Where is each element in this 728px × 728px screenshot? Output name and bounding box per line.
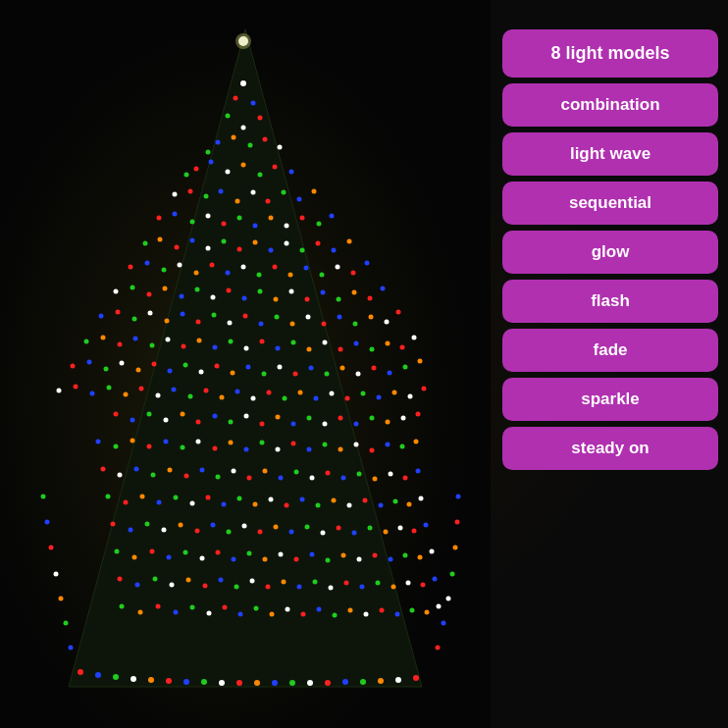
mode-button-steady-on[interactable]: steady on — [502, 427, 718, 470]
svg-point-344 — [380, 608, 385, 613]
svg-point-172 — [283, 396, 287, 401]
svg-point-116 — [133, 337, 138, 341]
svg-point-269 — [179, 523, 183, 528]
svg-point-367 — [395, 677, 401, 683]
svg-point-247 — [157, 500, 162, 505]
svg-point-365 — [360, 679, 366, 685]
svg-point-379 — [450, 572, 455, 577]
svg-point-343 — [364, 612, 369, 617]
svg-point-123 — [244, 346, 249, 351]
svg-point-93 — [99, 314, 104, 319]
svg-point-318 — [297, 585, 302, 590]
svg-point-201 — [416, 412, 421, 417]
svg-point-73 — [351, 271, 356, 276]
svg-point-4 — [234, 96, 238, 101]
svg-point-352 — [130, 676, 136, 682]
svg-point-63 — [194, 271, 199, 276]
svg-point-238 — [341, 476, 346, 481]
svg-point-358 — [236, 680, 242, 686]
svg-point-290 — [183, 550, 188, 555]
svg-point-376 — [436, 646, 441, 650]
svg-point-231 — [232, 469, 236, 474]
svg-point-280 — [352, 531, 357, 536]
svg-point-222 — [414, 440, 419, 444]
svg-point-163 — [139, 387, 144, 391]
svg-point-150 — [309, 366, 314, 371]
svg-point-29 — [266, 199, 271, 204]
svg-point-300 — [341, 553, 346, 558]
svg-point-303 — [389, 557, 393, 562]
svg-point-31 — [297, 197, 302, 202]
svg-point-179 — [392, 390, 397, 395]
mode-button-combination[interactable]: combination — [502, 83, 718, 127]
svg-point-212 — [260, 441, 265, 445]
svg-point-122 — [229, 339, 234, 344]
svg-point-21 — [289, 170, 294, 175]
svg-point-268 — [162, 528, 167, 533]
svg-point-276 — [289, 530, 294, 535]
svg-point-59 — [129, 265, 133, 270]
mode-button-flash[interactable]: flash — [502, 280, 718, 323]
svg-point-243 — [416, 469, 421, 474]
svg-point-289 — [167, 555, 172, 560]
svg-point-28 — [251, 190, 256, 195]
svg-point-145 — [231, 371, 235, 376]
svg-point-18 — [241, 163, 246, 168]
svg-point-95 — [132, 317, 137, 322]
mode-button-sparkle[interactable]: sparkle — [502, 378, 718, 421]
svg-point-370 — [64, 621, 69, 626]
svg-point-41 — [285, 224, 289, 229]
svg-point-60 — [145, 261, 150, 266]
svg-point-211 — [244, 447, 249, 452]
svg-point-216 — [323, 442, 328, 447]
svg-point-331 — [174, 610, 179, 615]
mode-button-glow[interactable]: glow — [502, 231, 718, 274]
svg-point-316 — [266, 585, 271, 590]
svg-point-333 — [207, 611, 212, 616]
svg-point-14 — [206, 150, 211, 155]
svg-point-9 — [216, 140, 221, 145]
svg-point-44 — [330, 214, 335, 219]
svg-point-86 — [289, 289, 294, 294]
svg-point-256 — [300, 497, 305, 502]
svg-point-11 — [248, 143, 253, 148]
svg-point-285 — [424, 523, 429, 528]
svg-point-97 — [165, 319, 170, 324]
svg-point-40 — [269, 216, 274, 221]
svg-point-175 — [330, 391, 335, 396]
svg-point-72 — [336, 265, 340, 270]
svg-point-221 — [400, 444, 405, 449]
svg-point-362 — [307, 680, 313, 686]
svg-point-107 — [322, 322, 327, 327]
mode-button-sequential[interactable]: sequential — [502, 182, 718, 225]
svg-point-71 — [320, 273, 325, 278]
svg-point-75 — [114, 289, 119, 294]
svg-point-82 — [227, 288, 232, 293]
svg-point-254 — [269, 497, 274, 502]
svg-point-263 — [407, 502, 412, 507]
svg-point-301 — [357, 557, 362, 562]
svg-point-140 — [152, 362, 157, 367]
mode-button-light-wave[interactable]: light wave — [502, 132, 718, 176]
svg-point-176 — [345, 396, 350, 401]
svg-point-147 — [262, 372, 267, 377]
svg-point-67 — [257, 273, 262, 278]
svg-point-294 — [247, 551, 252, 556]
svg-point-375 — [41, 494, 46, 499]
svg-point-349 — [78, 669, 83, 675]
svg-point-186 — [181, 412, 185, 417]
svg-point-252 — [237, 496, 242, 501]
svg-point-178 — [377, 395, 382, 400]
svg-point-171 — [267, 390, 272, 395]
svg-point-347 — [425, 610, 430, 615]
svg-point-109 — [353, 322, 358, 327]
svg-point-293 — [232, 557, 236, 562]
svg-point-359 — [254, 680, 260, 686]
main-scene: 8 light models combinationlight wavesequ… — [0, 0, 728, 728]
svg-point-332 — [190, 605, 195, 610]
svg-point-345 — [395, 612, 400, 617]
svg-point-88 — [321, 290, 326, 295]
mode-button-fade[interactable]: fade — [502, 329, 718, 372]
svg-point-235 — [294, 470, 299, 475]
svg-point-141 — [168, 369, 173, 374]
